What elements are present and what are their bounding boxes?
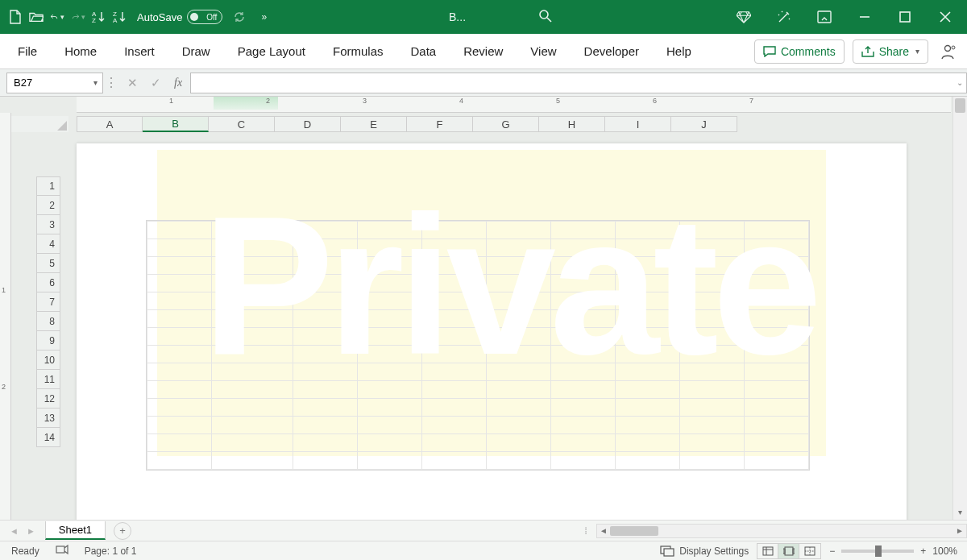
cell[interactable]	[615, 328, 679, 346]
cell[interactable]	[744, 363, 808, 381]
cell[interactable]	[550, 275, 615, 292]
chevron-down-icon[interactable]: ▾	[915, 47, 919, 56]
splitter[interactable]: ⋮	[103, 75, 119, 90]
cell[interactable]	[486, 434, 550, 452]
cell[interactable]	[679, 399, 744, 417]
cell[interactable]	[679, 310, 744, 328]
cell[interactable]	[147, 222, 212, 239]
select-all-corner[interactable]	[11, 116, 68, 132]
tab-draw[interactable]: Draw	[182, 44, 210, 58]
new-file-icon[interactable]	[8, 10, 23, 24]
cell[interactable]	[293, 310, 357, 328]
tab-review[interactable]: Review	[463, 44, 503, 58]
cell[interactable]	[744, 257, 808, 275]
cell[interactable]	[212, 310, 293, 328]
wand-icon[interactable]	[777, 10, 791, 24]
cell[interactable]	[147, 452, 212, 470]
vertical-ruler[interactable]: 12	[0, 113, 11, 520]
tab-view[interactable]: View	[530, 44, 556, 58]
cell[interactable]	[486, 452, 550, 470]
cell[interactable]	[357, 381, 421, 399]
cell[interactable]	[147, 381, 212, 399]
tab-data[interactable]: Data	[410, 44, 436, 58]
cell[interactable]	[293, 452, 357, 470]
cell[interactable]	[293, 381, 357, 399]
tab-formulas[interactable]: Formulas	[333, 44, 384, 58]
cell[interactable]	[212, 292, 293, 310]
cell[interactable]	[679, 222, 744, 239]
cell[interactable]	[679, 292, 744, 310]
tab-help[interactable]: Help	[666, 44, 691, 58]
ribbon-mode-icon[interactable]	[817, 10, 832, 24]
cell[interactable]	[744, 310, 808, 328]
cell[interactable]	[486, 346, 550, 363]
cell[interactable]	[679, 346, 744, 363]
cell[interactable]	[679, 257, 744, 275]
scroll-left-icon[interactable]: ◄	[597, 526, 610, 535]
cell[interactable]	[550, 381, 615, 399]
cell[interactable]	[147, 310, 212, 328]
tab-page-layout[interactable]: Page Layout	[238, 44, 305, 58]
view-pagelayout-button[interactable]	[778, 544, 799, 558]
minimize-icon[interactable]	[857, 10, 872, 24]
cell[interactable]	[421, 452, 486, 470]
horizontal-ruler[interactable]: 1234567	[77, 97, 951, 113]
cell[interactable]	[744, 417, 808, 434]
display-settings-button[interactable]: Display Settings	[660, 545, 749, 557]
cell[interactable]	[550, 239, 615, 257]
cell[interactable]	[293, 363, 357, 381]
row-header-6[interactable]: 6	[36, 273, 60, 292]
sync-icon[interactable]	[232, 10, 247, 24]
column-header-d[interactable]: D	[275, 116, 341, 132]
column-header-h[interactable]: H	[539, 116, 605, 132]
cell[interactable]	[357, 417, 421, 434]
cell[interactable]	[615, 257, 679, 275]
cell[interactable]	[212, 363, 293, 381]
column-header-i[interactable]: I	[605, 116, 671, 132]
cell[interactable]	[357, 363, 421, 381]
cell[interactable]	[486, 275, 550, 292]
cell[interactable]	[293, 346, 357, 363]
cell[interactable]	[550, 328, 615, 346]
cell[interactable]	[421, 381, 486, 399]
cell[interactable]	[550, 417, 615, 434]
cell[interactable]	[357, 292, 421, 310]
cell[interactable]	[212, 381, 293, 399]
column-header-b[interactable]: B	[143, 116, 209, 132]
cell[interactable]	[293, 275, 357, 292]
cell[interactable]	[421, 275, 486, 292]
cell[interactable]	[421, 417, 486, 434]
formula-input[interactable]	[190, 73, 952, 93]
view-pagebreak-button[interactable]	[799, 544, 820, 558]
cell[interactable]	[357, 328, 421, 346]
row-header-12[interactable]: 12	[36, 389, 60, 409]
tab-home[interactable]: Home	[64, 44, 97, 58]
cell[interactable]	[212, 399, 293, 417]
redo-icon[interactable]: ▾	[71, 10, 85, 24]
autosave-toggle[interactable]: AutoSave Off »	[137, 10, 267, 24]
share-button[interactable]: Share ▾	[853, 39, 928, 64]
cell[interactable]	[679, 239, 744, 257]
zoom-out-button[interactable]: −	[829, 545, 835, 557]
column-header-c[interactable]: C	[209, 116, 275, 132]
cell[interactable]	[486, 292, 550, 310]
cell[interactable]	[679, 363, 744, 381]
cell[interactable]	[550, 363, 615, 381]
open-file-icon[interactable]	[29, 10, 44, 24]
cell[interactable]	[212, 328, 293, 346]
cell[interactable]	[357, 399, 421, 417]
row-header-2[interactable]: 2	[36, 196, 60, 215]
cell[interactable]	[212, 346, 293, 363]
cell[interactable]	[679, 417, 744, 434]
cell[interactable]	[486, 417, 550, 434]
sheet-tab-sheet1[interactable]: Sheet1	[45, 521, 106, 540]
sheet-nav-prev-icon[interactable]: ◄	[10, 526, 19, 536]
comments-button[interactable]: Comments	[754, 39, 845, 64]
row-header-4[interactable]: 4	[36, 234, 60, 254]
cell[interactable]	[357, 275, 421, 292]
splitter-handle[interactable]: ⁞	[576, 525, 596, 537]
scroll-right-icon[interactable]: ►	[953, 526, 966, 535]
cell[interactable]	[744, 275, 808, 292]
cell[interactable]	[212, 239, 293, 257]
row-header-1[interactable]: 1	[36, 176, 60, 196]
